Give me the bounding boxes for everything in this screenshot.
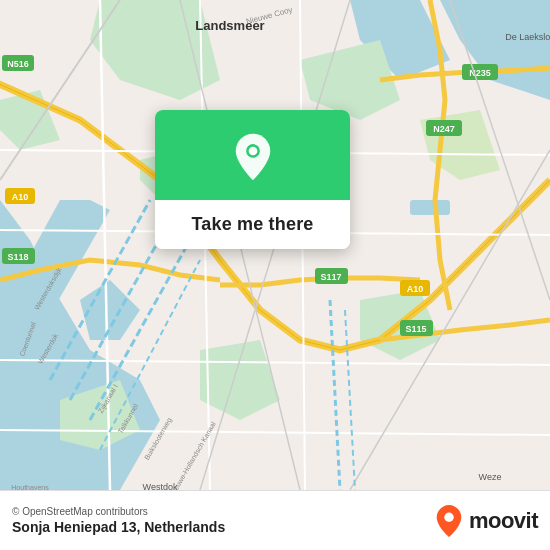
moovit-logo: moovit xyxy=(435,504,538,538)
svg-point-63 xyxy=(248,147,257,156)
svg-text:Houthavens: Houthavens xyxy=(11,484,49,490)
location-name: Sonja Heniepad 13, Netherlands xyxy=(12,519,225,535)
footer: © OpenStreetMap contributors Sonja Henie… xyxy=(0,490,550,550)
osm-attribution: © OpenStreetMap contributors xyxy=(12,506,225,517)
svg-text:S115: S115 xyxy=(405,324,426,334)
svg-text:S118: S118 xyxy=(7,252,28,262)
map-container: N516 A10 S118 N247 N235 A10 S117 S115 xyxy=(0,0,550,490)
svg-point-64 xyxy=(444,512,453,521)
svg-text:S117: S117 xyxy=(320,272,341,282)
moovit-brand-name: moovit xyxy=(469,508,538,534)
location-card[interactable]: Take me there xyxy=(155,110,350,249)
take-me-there-button[interactable]: Take me there xyxy=(155,200,350,249)
moovit-pin-icon xyxy=(435,504,463,538)
svg-text:N247: N247 xyxy=(433,124,455,134)
svg-text:Weze: Weze xyxy=(479,472,502,482)
footer-left: © OpenStreetMap contributors Sonja Henie… xyxy=(12,506,225,535)
card-green-area xyxy=(155,110,350,200)
svg-text:A10: A10 xyxy=(407,284,424,294)
svg-text:N516: N516 xyxy=(7,59,29,69)
svg-text:De Laeksloc: De Laeksloc xyxy=(505,32,550,42)
svg-text:A10: A10 xyxy=(12,192,29,202)
location-pin-icon xyxy=(228,132,278,182)
svg-rect-6 xyxy=(410,200,450,215)
